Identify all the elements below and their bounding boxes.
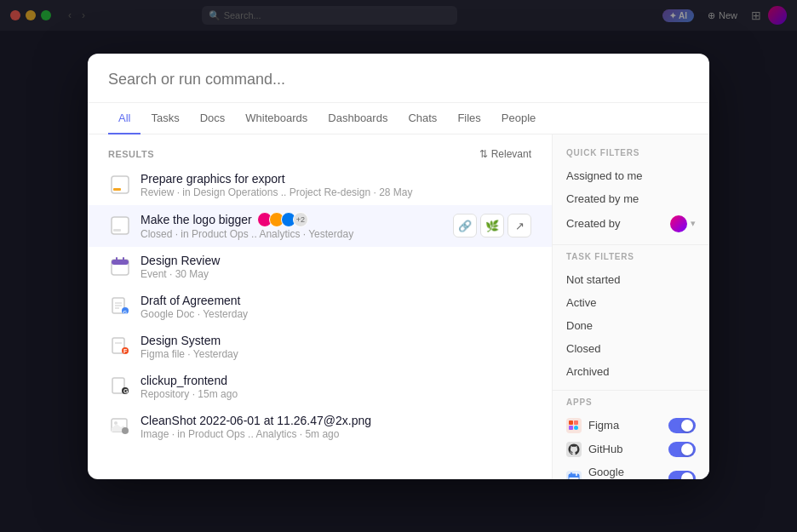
- tab-whiteboards[interactable]: Whiteboards: [235, 103, 318, 134]
- task-filters-title: TASK FILTERS: [553, 252, 709, 268]
- app-label: Google Calendar: [588, 466, 662, 479]
- tab-people[interactable]: People: [491, 103, 546, 134]
- filter-closed[interactable]: Closed: [553, 337, 709, 360]
- divider: [553, 390, 709, 391]
- filter-not-started[interactable]: Not started: [553, 268, 709, 291]
- filter-active[interactable]: Active: [553, 291, 709, 314]
- svg-point-27: [574, 426, 578, 430]
- result-title: Draft of Agreement: [140, 294, 531, 307]
- google-calendar-toggle[interactable]: [668, 471, 696, 479]
- svg-rect-25: [569, 426, 573, 430]
- result-meta: Event · 30 May: [140, 268, 531, 280]
- result-content: Prepare graphics for export Review · in …: [140, 172, 531, 198]
- result-meta: Review · in Design Operations .. Project…: [140, 186, 531, 198]
- app-filter-figma[interactable]: Figma: [553, 414, 709, 438]
- filter-label: Active: [566, 296, 596, 309]
- filters-pane: QUICK FILTERS Assigned to me Created by …: [552, 134, 709, 479]
- assign-action-button[interactable]: 🌿: [480, 214, 504, 237]
- filter-avatar: [670, 215, 687, 232]
- result-meta: Figma file · Yesterday: [140, 348, 531, 360]
- results-label: RESULTS: [108, 149, 154, 159]
- filter-label: Assigned to me: [566, 169, 643, 182]
- figma-icon: [566, 418, 582, 433]
- results-pane: RESULTS ⇅ Relevant Prepare graphics f: [88, 134, 552, 479]
- result-title: clickup_frontend: [140, 374, 531, 387]
- svg-rect-26: [574, 420, 578, 425]
- result-title: Make the logo bigger +2: [140, 212, 444, 227]
- result-title: Design Review: [140, 254, 531, 267]
- app-label: Figma: [588, 419, 662, 432]
- filter-label: Not started: [566, 273, 621, 286]
- result-meta: Image · in Product Ops .. Analytics · 5m…: [140, 428, 531, 440]
- quick-filters-title: QUICK FILTERS: [553, 148, 709, 164]
- app-label: GitHub: [588, 443, 662, 455]
- result-item[interactable]: Design Review Event · 30 May: [88, 247, 552, 287]
- tab-docs[interactable]: Docs: [190, 103, 236, 134]
- result-icon-task: [108, 173, 132, 197]
- svg-text:F: F: [123, 348, 128, 354]
- filter-done[interactable]: Done: [553, 314, 709, 337]
- link-action-button[interactable]: 🔗: [453, 214, 477, 237]
- result-content: Draft of Agreement Google Doc · Yesterda…: [140, 294, 531, 320]
- filter-label: Done: [566, 319, 593, 332]
- result-icon-image: [108, 415, 132, 438]
- result-title: Design System: [140, 334, 531, 347]
- apps-title: APPS: [553, 398, 709, 414]
- sort-button[interactable]: ⇅ Relevant: [479, 148, 531, 160]
- svg-rect-1: [113, 188, 121, 191]
- filter-created-by[interactable]: Created by ▾: [553, 210, 709, 237]
- result-content: Design Review Event · 30 May: [140, 254, 531, 280]
- result-item[interactable]: G Draft of Agreement Google Doc · Yester…: [88, 287, 552, 327]
- result-item[interactable]: Make the logo bigger +2 Closed · in Prod…: [88, 205, 552, 247]
- results-header: RESULTS ⇅ Relevant: [88, 141, 552, 165]
- filter-assigned-to-me[interactable]: Assigned to me: [553, 164, 709, 187]
- divider: [553, 244, 709, 245]
- chevron-down-icon: ▾: [691, 218, 696, 229]
- result-meta: Google Doc · Yesterday: [140, 308, 531, 320]
- github-toggle[interactable]: [668, 442, 696, 457]
- tab-dashboards[interactable]: Dashboards: [318, 103, 398, 134]
- result-icon-task: [108, 214, 132, 237]
- svg-point-23: [122, 427, 129, 434]
- open-action-button[interactable]: ↗: [507, 214, 531, 237]
- result-actions: 🔗 🌿 ↗: [453, 214, 531, 237]
- result-item[interactable]: F Design System Figma file · Yesterday: [88, 327, 552, 367]
- result-meta: Repository · 15m ago: [140, 388, 531, 400]
- svg-rect-29: [569, 474, 579, 478]
- tab-files[interactable]: Files: [447, 103, 490, 134]
- result-title: Prepare graphics for export: [140, 172, 531, 186]
- svg-rect-5: [112, 260, 129, 265]
- svg-rect-3: [113, 229, 121, 232]
- modal-tabs: All Tasks Docs Whiteboards Dashboards Ch…: [88, 103, 709, 134]
- result-icon-figma: F: [108, 335, 132, 358]
- tab-all[interactable]: All: [108, 103, 140, 134]
- result-title: CleanShot 2022-06-01 at 11.26.47@2x.png: [140, 414, 531, 427]
- result-content: Make the logo bigger +2 Closed · in Prod…: [140, 212, 444, 240]
- result-item[interactable]: G clickup_frontend Repository · 15m ago: [88, 367, 552, 407]
- svg-rect-24: [569, 420, 573, 425]
- svg-text:G: G: [123, 310, 128, 315]
- plus-count: +2: [293, 212, 308, 227]
- tab-tasks[interactable]: Tasks: [140, 103, 189, 134]
- result-icon-repo: G: [108, 375, 132, 398]
- filter-archived[interactable]: Archived: [553, 360, 709, 383]
- search-modal: All Tasks Docs Whiteboards Dashboards Ch…: [88, 54, 709, 479]
- result-item[interactable]: Prepare graphics for export Review · in …: [88, 165, 552, 205]
- result-icon-doc: G: [108, 295, 132, 318]
- modal-overlay[interactable]: All Tasks Docs Whiteboards Dashboards Ch…: [0, 0, 797, 532]
- command-search-input[interactable]: [108, 71, 689, 102]
- app-filter-google-calendar[interactable]: Google Calendar: [553, 461, 709, 479]
- modal-search-area: [88, 54, 709, 103]
- figma-toggle[interactable]: [668, 418, 696, 433]
- filter-label: Created by me: [566, 192, 639, 205]
- filter-label: Created by: [566, 217, 621, 230]
- google-calendar-icon: [566, 471, 582, 479]
- result-content: CleanShot 2022-06-01 at 11.26.47@2x.png …: [140, 414, 531, 440]
- app-filter-github[interactable]: GitHub: [553, 438, 709, 461]
- filter-label: Closed: [566, 342, 600, 355]
- avatars-group: +2: [261, 212, 308, 227]
- result-item[interactable]: CleanShot 2022-06-01 at 11.26.47@2x.png …: [88, 407, 552, 447]
- result-content: clickup_frontend Repository · 15m ago: [140, 374, 531, 400]
- tab-chats[interactable]: Chats: [398, 103, 447, 134]
- filter-created-by-me[interactable]: Created by me: [553, 187, 709, 210]
